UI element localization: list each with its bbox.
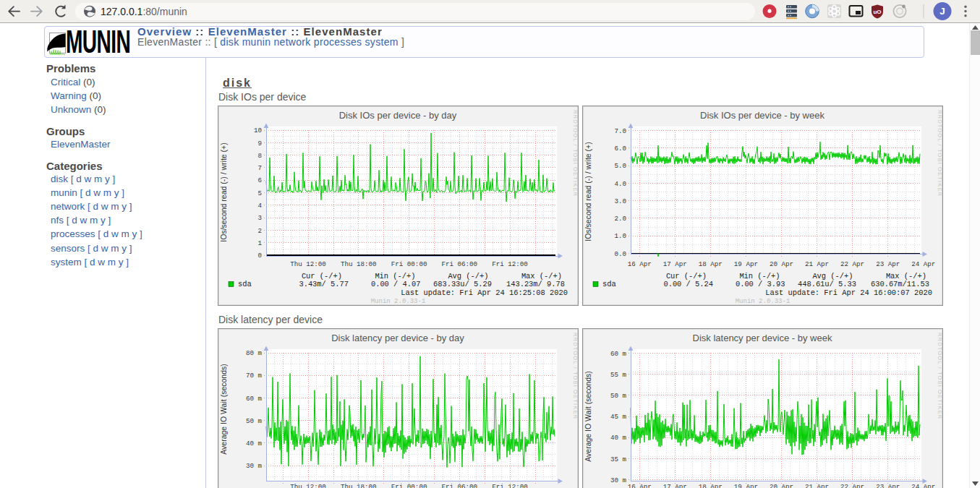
svg-text:9: 9	[257, 140, 262, 147]
svg-text:RRDTOOL / TOBI OETIKER: RRDTOOL / TOBI OETIKER	[937, 110, 943, 197]
svg-text:IOs/second read (-) / write (+: IOs/second read (-) / write (+)	[219, 142, 228, 241]
svg-text:20 Apr: 20 Apr	[770, 260, 793, 268]
svg-text:Disk latency per device - by w: Disk latency per device - by week	[693, 333, 832, 343]
svg-text:IOs/second read (-) / write (+: IOs/second read (-) / write (+)	[584, 142, 592, 241]
svg-text:70 m: 70 m	[246, 372, 263, 380]
svg-text:3: 3	[257, 214, 262, 222]
svg-text:21 Apr: 21 Apr	[805, 483, 829, 488]
svg-text:0: 0	[257, 252, 262, 260]
svg-text:Fri 00:00: Fri 00:00	[391, 483, 427, 488]
svg-text:uO: uO	[873, 9, 881, 15]
svg-text:35 m: 35 m	[610, 455, 627, 463]
svg-text:17 Apr: 17 Apr	[663, 260, 687, 268]
svg-text:7: 7	[257, 164, 262, 172]
svg-text:Thu 18:00: Thu 18:00	[341, 260, 377, 268]
svg-text:Max (-/+): Max (-/+)	[521, 272, 562, 281]
svg-text:8: 8	[257, 152, 262, 160]
svg-text:0.00 / 5.24: 0.00 / 5.24	[663, 280, 713, 288]
svg-text:21 Apr: 21 Apr	[805, 260, 829, 268]
svg-text:20 Apr: 20 Apr	[770, 483, 793, 488]
svg-text:40 m: 40 m	[246, 440, 263, 448]
svg-text:Fri 00:00: Fri 00:00	[391, 260, 427, 268]
svg-text:sda: sda	[238, 280, 252, 288]
svg-text:Min (-/+): Min (-/+)	[739, 272, 780, 281]
svg-text:16 Apr: 16 Apr	[628, 483, 652, 488]
svg-text:0.00 / 4.07: 0.00 / 4.07	[371, 280, 421, 288]
svg-text:4.0: 4.0	[614, 180, 626, 188]
svg-text:40 m: 40 m	[610, 434, 627, 442]
svg-text:4: 4	[257, 202, 262, 210]
svg-text:Fri 06:00: Fri 06:00	[441, 483, 477, 488]
svg-text:Munin 2.0.33-1: Munin 2.0.33-1	[371, 298, 426, 305]
svg-text:Disk IOs per device - by day: Disk IOs per device - by day	[339, 110, 457, 121]
svg-text:143.23m/ 9.78: 143.23m/ 9.78	[506, 280, 565, 288]
svg-text:RRDTOOL / TOBI OETIKER: RRDTOOL / TOBI OETIKER	[937, 333, 943, 419]
svg-text:22 Apr: 22 Apr	[840, 483, 864, 488]
svg-text:50 m: 50 m	[246, 417, 263, 425]
svg-text:23 Apr: 23 Apr	[876, 483, 900, 488]
svg-text:16 Apr: 16 Apr	[628, 260, 652, 268]
svg-text:7.0: 7.0	[614, 127, 626, 135]
svg-text:55 m: 55 m	[610, 371, 627, 379]
svg-text:Thu 12:00: Thu 12:00	[290, 483, 326, 488]
svg-text:Cur (-/+): Cur (-/+)	[666, 272, 707, 281]
svg-text:Thu 18:00: Thu 18:00	[341, 483, 377, 488]
svg-text:448.61u/ 5.33: 448.61u/ 5.33	[798, 280, 856, 288]
svg-text:19 Apr: 19 Apr	[734, 260, 758, 268]
svg-text:60 m: 60 m	[610, 350, 627, 358]
svg-text:0.0: 0.0	[614, 250, 626, 258]
svg-text:6.0: 6.0	[614, 145, 626, 153]
svg-text:Fri 12:00: Fri 12:00	[492, 483, 528, 488]
svg-text:Avg (-/+): Avg (-/+)	[448, 272, 488, 281]
svg-text:RRDTOOL / TOBI OETIKER: RRDTOOL / TOBI OETIKER	[572, 110, 579, 197]
svg-text:3.0: 3.0	[614, 197, 626, 205]
svg-text:3.43m/ 5.77: 3.43m/ 5.77	[299, 280, 349, 288]
svg-text:Munin 2.0.33-1: Munin 2.0.33-1	[736, 298, 791, 305]
svg-text:Cur (-/+): Cur (-/+)	[302, 272, 342, 281]
svg-text:Average IO Wait (seconds): Average IO Wait (seconds)	[219, 364, 228, 454]
svg-text:60 m: 60 m	[246, 395, 263, 403]
svg-text:2: 2	[257, 227, 262, 235]
svg-text:Fri 12:00: Fri 12:00	[492, 260, 528, 268]
svg-text:19 Apr: 19 Apr	[734, 483, 758, 488]
svg-text:23 Apr: 23 Apr	[876, 260, 900, 268]
svg-text:Last update: Fri Apr 24 16:25:: Last update: Fri Apr 24 16:25:08 2020	[401, 288, 568, 297]
svg-text:50 m: 50 m	[610, 392, 627, 400]
svg-text:RRDTOOL / TOBI OETIKER: RRDTOOL / TOBI OETIKER	[572, 333, 579, 419]
svg-text:Average IO Wait (seconds): Average IO Wait (seconds)	[584, 371, 592, 461]
svg-text:Min (-/+): Min (-/+)	[375, 272, 415, 281]
svg-text:24 Apr: 24 Apr	[911, 260, 935, 268]
svg-text:1: 1	[257, 239, 262, 247]
svg-text:Last update: Fri Apr 24 16:00:: Last update: Fri Apr 24 16:00:07 2020	[765, 288, 932, 297]
svg-text:30 m: 30 m	[610, 476, 627, 484]
svg-text:1.0: 1.0	[614, 232, 626, 240]
svg-text:Thu 12:00: Thu 12:00	[290, 260, 326, 268]
svg-text:0.00 / 3.93: 0.00 / 3.93	[736, 280, 785, 288]
svg-text:80 m: 80 m	[246, 349, 263, 357]
svg-text:17 Apr: 17 Apr	[663, 483, 687, 488]
svg-text:J: J	[939, 6, 945, 17]
svg-text:18 Apr: 18 Apr	[699, 483, 723, 488]
svg-text:630.67m/11.53: 630.67m/11.53	[871, 280, 929, 288]
svg-text:6: 6	[257, 176, 262, 184]
svg-text:Avg (-/+): Avg (-/+)	[812, 272, 853, 281]
svg-text:30 m: 30 m	[246, 462, 263, 470]
svg-text:sda: sda	[602, 280, 616, 288]
svg-text:Fri 06:00: Fri 06:00	[441, 260, 477, 268]
svg-text:5: 5	[257, 189, 262, 197]
svg-text:683.33u/ 5.29: 683.33u/ 5.29	[433, 280, 492, 288]
svg-text:18 Apr: 18 Apr	[699, 260, 723, 268]
svg-text:Max (-/+): Max (-/+)	[886, 272, 926, 281]
svg-text:2.0: 2.0	[614, 215, 626, 223]
svg-text:22 Apr: 22 Apr	[840, 260, 864, 268]
svg-text:Disk latency per device - by d: Disk latency per device - by day	[331, 333, 464, 343]
svg-text:24 Apr: 24 Apr	[911, 483, 935, 488]
svg-text:Disk IOs per device - by week: Disk IOs per device - by week	[700, 110, 825, 121]
svg-text:45 m: 45 m	[610, 413, 627, 421]
svg-text:10: 10	[254, 127, 262, 134]
svg-text:5.0: 5.0	[614, 162, 626, 170]
